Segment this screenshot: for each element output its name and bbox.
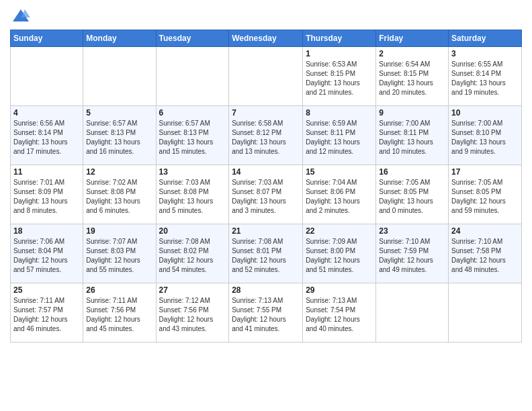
calendar-cell: 23Sunrise: 7:10 AM Sunset: 7:59 PM Dayli… bbox=[376, 224, 449, 283]
cell-date: 4 bbox=[13, 108, 80, 118]
cell-info: Sunrise: 6:54 AM Sunset: 8:15 PM Dayligh… bbox=[379, 60, 445, 97]
cell-info: Sunrise: 7:12 AM Sunset: 7:56 PM Dayligh… bbox=[159, 296, 226, 334]
cell-date: 22 bbox=[306, 226, 373, 236]
calendar-header-row: SundayMondayTuesdayWednesdayThursdayFrid… bbox=[11, 30, 522, 47]
calendar-week-4: 18Sunrise: 7:06 AM Sunset: 8:04 PM Dayli… bbox=[11, 224, 522, 283]
cell-date: 9 bbox=[379, 108, 445, 118]
calendar-cell bbox=[376, 283, 449, 342]
calendar-cell: 4Sunrise: 6:56 AM Sunset: 8:14 PM Daylig… bbox=[11, 106, 83, 165]
cell-info: Sunrise: 7:01 AM Sunset: 8:09 PM Dayligh… bbox=[13, 178, 80, 216]
calendar-cell: 13Sunrise: 7:03 AM Sunset: 8:08 PM Dayli… bbox=[156, 165, 229, 224]
cell-date: 20 bbox=[159, 226, 226, 236]
cell-info: Sunrise: 6:57 AM Sunset: 8:13 PM Dayligh… bbox=[159, 119, 226, 156]
cell-date: 3 bbox=[451, 49, 519, 58]
calendar-cell bbox=[156, 47, 229, 106]
cell-date: 15 bbox=[306, 167, 373, 177]
day-header-friday: Friday bbox=[376, 30, 449, 47]
calendar-cell bbox=[229, 47, 303, 106]
cell-info: Sunrise: 7:10 AM Sunset: 7:59 PM Dayligh… bbox=[379, 237, 445, 275]
calendar-cell: 8Sunrise: 6:59 AM Sunset: 8:11 PM Daylig… bbox=[303, 106, 376, 165]
header bbox=[10, 7, 522, 26]
calendar-cell: 2Sunrise: 6:54 AM Sunset: 8:15 PM Daylig… bbox=[376, 47, 449, 106]
cell-date: 29 bbox=[306, 285, 373, 295]
cell-date: 25 bbox=[13, 285, 80, 295]
cell-info: Sunrise: 7:04 AM Sunset: 8:06 PM Dayligh… bbox=[306, 178, 373, 216]
day-header-monday: Monday bbox=[83, 30, 156, 47]
cell-date: 1 bbox=[306, 49, 373, 58]
cell-date: 28 bbox=[232, 285, 300, 295]
cell-info: Sunrise: 6:53 AM Sunset: 8:15 PM Dayligh… bbox=[306, 60, 373, 97]
cell-date: 2 bbox=[379, 49, 445, 58]
calendar-cell: 16Sunrise: 7:05 AM Sunset: 8:05 PM Dayli… bbox=[376, 165, 449, 224]
day-header-sunday: Sunday bbox=[11, 30, 83, 47]
cell-info: Sunrise: 7:13 AM Sunset: 7:55 PM Dayligh… bbox=[232, 296, 300, 334]
calendar-cell: 10Sunrise: 7:00 AM Sunset: 8:10 PM Dayli… bbox=[449, 106, 522, 165]
calendar-cell: 24Sunrise: 7:10 AM Sunset: 7:58 PM Dayli… bbox=[449, 224, 522, 283]
cell-date: 7 bbox=[232, 108, 300, 118]
cell-info: Sunrise: 7:11 AM Sunset: 7:56 PM Dayligh… bbox=[86, 296, 152, 334]
calendar-cell: 19Sunrise: 7:07 AM Sunset: 8:03 PM Dayli… bbox=[83, 224, 156, 283]
calendar-cell: 21Sunrise: 7:08 AM Sunset: 8:01 PM Dayli… bbox=[229, 224, 303, 283]
calendar-cell: 5Sunrise: 6:57 AM Sunset: 8:13 PM Daylig… bbox=[83, 106, 156, 165]
day-header-tuesday: Tuesday bbox=[156, 30, 229, 47]
calendar-cell: 12Sunrise: 7:02 AM Sunset: 8:08 PM Dayli… bbox=[83, 165, 156, 224]
day-header-wednesday: Wednesday bbox=[229, 30, 303, 47]
calendar-cell: 15Sunrise: 7:04 AM Sunset: 8:06 PM Dayli… bbox=[303, 165, 376, 224]
day-header-thursday: Thursday bbox=[303, 30, 376, 47]
cell-info: Sunrise: 6:58 AM Sunset: 8:12 PM Dayligh… bbox=[232, 119, 300, 156]
cell-info: Sunrise: 7:00 AM Sunset: 8:11 PM Dayligh… bbox=[379, 119, 445, 156]
calendar-week-3: 11Sunrise: 7:01 AM Sunset: 8:09 PM Dayli… bbox=[11, 165, 522, 224]
cell-info: Sunrise: 7:09 AM Sunset: 8:00 PM Dayligh… bbox=[306, 237, 373, 275]
cell-info: Sunrise: 7:03 AM Sunset: 8:07 PM Dayligh… bbox=[232, 178, 300, 216]
cell-date: 23 bbox=[379, 226, 445, 236]
calendar-cell: 1Sunrise: 6:53 AM Sunset: 8:15 PM Daylig… bbox=[303, 47, 376, 106]
calendar-cell: 6Sunrise: 6:57 AM Sunset: 8:13 PM Daylig… bbox=[156, 106, 229, 165]
calendar-cell: 29Sunrise: 7:13 AM Sunset: 7:54 PM Dayli… bbox=[303, 283, 376, 342]
calendar-table: SundayMondayTuesdayWednesdayThursdayFrid… bbox=[10, 30, 522, 342]
calendar-week-2: 4Sunrise: 6:56 AM Sunset: 8:14 PM Daylig… bbox=[11, 106, 522, 165]
calendar-cell bbox=[449, 283, 522, 342]
calendar-cell: 7Sunrise: 6:58 AM Sunset: 8:12 PM Daylig… bbox=[229, 106, 303, 165]
calendar-cell: 18Sunrise: 7:06 AM Sunset: 8:04 PM Dayli… bbox=[11, 224, 83, 283]
cell-info: Sunrise: 7:06 AM Sunset: 8:04 PM Dayligh… bbox=[13, 237, 80, 275]
calendar-cell: 11Sunrise: 7:01 AM Sunset: 8:09 PM Dayli… bbox=[11, 165, 83, 224]
calendar-week-1: 1Sunrise: 6:53 AM Sunset: 8:15 PM Daylig… bbox=[11, 47, 522, 106]
cell-info: Sunrise: 7:00 AM Sunset: 8:10 PM Dayligh… bbox=[451, 119, 519, 156]
cell-date: 17 bbox=[451, 167, 519, 177]
cell-date: 16 bbox=[379, 167, 445, 177]
calendar-cell bbox=[83, 47, 156, 106]
calendar-cell bbox=[11, 47, 83, 106]
page-container: SundayMondayTuesdayWednesdayThursdayFrid… bbox=[0, 0, 532, 349]
cell-date: 27 bbox=[159, 285, 226, 295]
calendar-cell: 22Sunrise: 7:09 AM Sunset: 8:00 PM Dayli… bbox=[303, 224, 376, 283]
cell-date: 8 bbox=[306, 108, 373, 118]
logo bbox=[10, 7, 30, 26]
cell-date: 14 bbox=[232, 167, 300, 177]
cell-info: Sunrise: 6:59 AM Sunset: 8:11 PM Dayligh… bbox=[306, 119, 373, 156]
cell-date: 5 bbox=[86, 108, 152, 118]
cell-date: 11 bbox=[13, 167, 80, 177]
cell-info: Sunrise: 7:07 AM Sunset: 8:03 PM Dayligh… bbox=[86, 237, 152, 275]
calendar-cell: 27Sunrise: 7:12 AM Sunset: 7:56 PM Dayli… bbox=[156, 283, 229, 342]
calendar-week-5: 25Sunrise: 7:11 AM Sunset: 7:57 PM Dayli… bbox=[11, 283, 522, 342]
cell-date: 19 bbox=[86, 226, 152, 236]
cell-date: 12 bbox=[86, 167, 152, 177]
calendar-cell: 20Sunrise: 7:08 AM Sunset: 8:02 PM Dayli… bbox=[156, 224, 229, 283]
cell-date: 18 bbox=[13, 226, 80, 236]
calendar-cell: 28Sunrise: 7:13 AM Sunset: 7:55 PM Dayli… bbox=[229, 283, 303, 342]
calendar-cell: 26Sunrise: 7:11 AM Sunset: 7:56 PM Dayli… bbox=[83, 283, 156, 342]
logo-icon bbox=[11, 7, 30, 26]
cell-info: Sunrise: 7:02 AM Sunset: 8:08 PM Dayligh… bbox=[86, 178, 152, 216]
calendar-cell: 17Sunrise: 7:05 AM Sunset: 8:05 PM Dayli… bbox=[449, 165, 522, 224]
cell-info: Sunrise: 6:56 AM Sunset: 8:14 PM Dayligh… bbox=[13, 119, 80, 156]
cell-date: 24 bbox=[451, 226, 519, 236]
calendar-cell: 14Sunrise: 7:03 AM Sunset: 8:07 PM Dayli… bbox=[229, 165, 303, 224]
cell-info: Sunrise: 7:11 AM Sunset: 7:57 PM Dayligh… bbox=[13, 296, 80, 334]
calendar-cell: 9Sunrise: 7:00 AM Sunset: 8:11 PM Daylig… bbox=[376, 106, 449, 165]
cell-date: 10 bbox=[451, 108, 519, 118]
cell-date: 26 bbox=[86, 285, 152, 295]
cell-date: 13 bbox=[159, 167, 226, 177]
cell-info: Sunrise: 7:03 AM Sunset: 8:08 PM Dayligh… bbox=[159, 178, 226, 216]
cell-info: Sunrise: 7:08 AM Sunset: 8:01 PM Dayligh… bbox=[232, 237, 300, 275]
day-header-saturday: Saturday bbox=[449, 30, 522, 47]
